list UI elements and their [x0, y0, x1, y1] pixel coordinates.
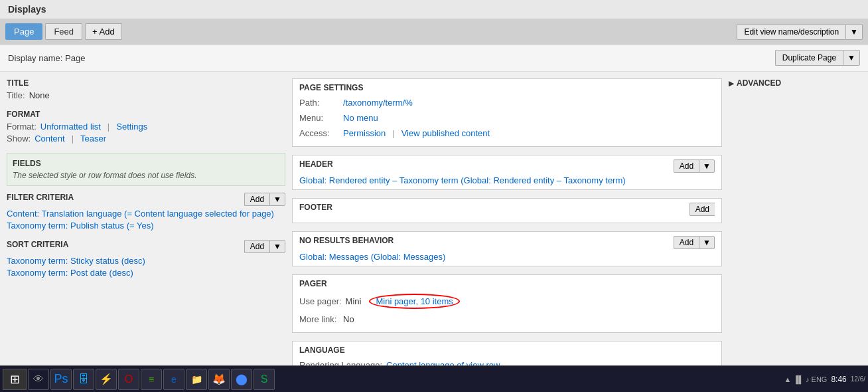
fields-heading: FIELDS: [13, 159, 279, 168]
taskbar-icon-5[interactable]: ≡: [141, 369, 162, 390]
page-settings-section: PAGE SETTINGS Path: /taxonomy/term/% Men…: [292, 78, 722, 147]
content-link[interactable]: Content: [35, 134, 65, 144]
taskbar-icon-7[interactable]: 📁: [186, 369, 207, 390]
header-section: HEADER Add ▼ Global: Rendered entity – T…: [292, 155, 722, 190]
filter-section: FILTER CRITERIA Add ▼ Content: Translati…: [7, 193, 285, 231]
unformatted-list-link[interactable]: Unformatted list: [40, 122, 101, 132]
taskbar-icon-8[interactable]: 🦊: [208, 369, 230, 390]
page-title: Displays: [0, 0, 868, 19]
teaser-link[interactable]: Teaser: [80, 134, 106, 144]
format-section: FORMAT Format: Unformatted list | Settin…: [7, 110, 285, 144]
display-name-value: Page: [65, 53, 85, 63]
edit-view-name-button[interactable]: Edit view name/description: [737, 24, 845, 40]
filter-add-button[interactable]: Add: [244, 193, 269, 206]
sort-item-1[interactable]: Taxonomy term: Post date (desc): [7, 268, 285, 278]
start-button[interactable]: ⊞: [3, 369, 27, 390]
page-settings-heading: PAGE SETTINGS: [299, 83, 715, 92]
pager-section: PAGER Use pager: Mini Mini pager, 10 ite…: [292, 274, 722, 333]
fields-section: FIELDS The selected style or row format …: [7, 153, 285, 186]
more-link-value: No: [343, 314, 354, 324]
header-global-link[interactable]: Global: Rendered entity – Taxonomy term …: [299, 175, 626, 185]
advanced-triangle-icon: ▶: [729, 80, 734, 87]
title-heading: TITLE: [7, 78, 285, 88]
menu-value[interactable]: No menu: [343, 113, 378, 123]
settings-link[interactable]: Settings: [116, 122, 147, 132]
header-heading: HEADER: [299, 159, 333, 169]
title-section: TITLE Title: None: [7, 78, 285, 100]
no-results-add-button[interactable]: Add: [674, 236, 699, 249]
footer-section: FOOTER Add: [292, 198, 722, 223]
sort-item-0[interactable]: Taxonomy term: Sticky status (desc): [7, 256, 285, 266]
no-results-heading: NO RESULTS BEHAVIOR: [299, 236, 394, 245]
format-label: Format:: [7, 122, 36, 132]
fields-message: The selected style or row format does no…: [13, 171, 279, 180]
use-pager-label: Use pager:: [299, 296, 342, 306]
sort-section: SORT CRITERIA Add ▼ Taxonomy term: Stick…: [7, 240, 285, 278]
duplicate-page-button[interactable]: Duplicate Page: [775, 50, 843, 66]
path-label: Path:: [299, 98, 339, 108]
taskbar-icon-10[interactable]: S: [253, 369, 275, 390]
taskbar-icon-9[interactable]: ⬤: [231, 369, 252, 390]
taskbar: ⊞ 👁 Ps 🗄 ⚡ O ≡ e 📁 🦊 ⬤ S ▲ ▐▌ ♪ ENG 8:46…: [0, 365, 868, 392]
taskbar-icon-0[interactable]: 👁: [28, 369, 49, 390]
taskbar-icon-6[interactable]: e: [163, 369, 184, 390]
sort-add-dropdown[interactable]: ▼: [269, 240, 285, 253]
no-results-section: NO RESULTS BEHAVIOR Add ▼ Global: Messag…: [292, 231, 722, 266]
footer-add-button[interactable]: Add: [689, 203, 715, 216]
taskbar-icon-3[interactable]: ⚡: [96, 369, 117, 390]
show-label: Show:: [7, 134, 31, 144]
filter-add-dropdown[interactable]: ▼: [269, 193, 285, 206]
more-link-label: More link:: [299, 314, 339, 324]
tab-feed[interactable]: Feed: [45, 23, 82, 40]
pager-heading: PAGER: [299, 279, 715, 288]
mini-pager-link[interactable]: Mini pager, 10 items: [369, 294, 459, 309]
taskbar-time: 8:46: [831, 375, 846, 384]
taskbar-icon-1[interactable]: Ps: [50, 369, 72, 390]
edit-view-dropdown-arrow[interactable]: ▼: [845, 24, 863, 40]
display-name-label: Display name:: [8, 53, 62, 63]
use-pager-value: Mini: [346, 296, 362, 306]
taskbar-right: ▲ ▐▌ ♪ ENG 8:46 12/6/: [784, 375, 865, 384]
language-heading: LANGUAGE: [299, 345, 715, 355]
duplicate-dropdown-arrow[interactable]: ▼: [843, 50, 860, 66]
left-panel: TITLE Title: None FORMAT Format: Unforma…: [7, 78, 285, 387]
taskbar-icons-area: ▲ ▐▌ ♪ ENG: [784, 375, 827, 383]
tab-page[interactable]: Page: [5, 23, 42, 40]
no-results-add-dropdown[interactable]: ▼: [699, 236, 715, 249]
sort-add-button[interactable]: Add: [244, 240, 269, 253]
view-published-link[interactable]: View published content: [401, 128, 490, 138]
filter-item-1[interactable]: Taxonomy term: Publish status (= Yes): [7, 221, 285, 231]
title-label: Title:: [7, 90, 25, 100]
format-heading: FORMAT: [7, 110, 285, 119]
main-content: TITLE Title: None FORMAT Format: Unforma…: [0, 72, 868, 392]
access-label: Access:: [299, 128, 339, 138]
taskbar-date: 12/6/: [851, 375, 865, 383]
tab-bar: Page Feed Add Edit view name/description…: [0, 19, 868, 45]
no-results-global-link[interactable]: Global: Messages (Global: Messages): [299, 252, 445, 262]
advanced-toggle[interactable]: ▶ ADVANCED: [729, 78, 861, 88]
taskbar-icon-2[interactable]: 🗄: [73, 369, 94, 390]
display-name-bar: Display name: Page Duplicate Page ▼: [0, 45, 868, 72]
taskbar-icon-4[interactable]: O: [118, 369, 139, 390]
permission-link[interactable]: Permission: [343, 128, 386, 138]
right-panel: ▶ ADVANCED: [729, 78, 861, 387]
footer-heading: FOOTER: [299, 203, 332, 212]
filter-heading: FILTER CRITERIA: [7, 193, 74, 202]
advanced-label: ADVANCED: [737, 78, 781, 88]
filter-item-0[interactable]: Content: Translation language (= Content…: [7, 209, 285, 219]
menu-label: Menu:: [299, 113, 339, 123]
path-value[interactable]: /taxonomy/term/%: [343, 98, 413, 108]
sort-heading: SORT CRITERIA: [7, 240, 68, 249]
add-display-button[interactable]: Add: [85, 23, 122, 40]
header-add-button[interactable]: Add: [674, 159, 699, 173]
header-add-dropdown[interactable]: ▼: [699, 159, 715, 173]
middle-panel: PAGE SETTINGS Path: /taxonomy/term/% Men…: [292, 78, 722, 387]
edit-view-btn-group: Edit view name/description ▼: [737, 24, 863, 40]
title-value: None: [29, 90, 50, 100]
